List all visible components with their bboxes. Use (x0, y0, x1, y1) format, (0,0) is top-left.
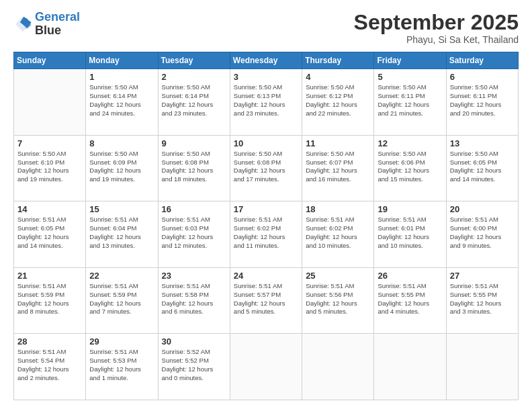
day-info: Sunrise: 5:50 AM Sunset: 6:11 PM Dayligh… (378, 83, 442, 118)
weekday-header-monday: Monday (86, 52, 158, 69)
day-info: Sunrise: 5:51 AM Sunset: 5:55 PM Dayligh… (378, 282, 442, 316)
day-number: 9 (162, 138, 226, 148)
day-info: Sunrise: 5:51 AM Sunset: 5:59 PM Dayligh… (89, 282, 154, 316)
logo: General Blue (13, 11, 80, 38)
weekday-header-wednesday: Wednesday (230, 52, 302, 69)
day-info: Sunrise: 5:51 AM Sunset: 5:59 PM Dayligh… (17, 282, 82, 316)
day-info: Sunrise: 5:51 AM Sunset: 5:54 PM Dayligh… (17, 348, 82, 382)
calendar-week-row: 1Sunrise: 5:50 AM Sunset: 6:14 PM Daylig… (14, 69, 519, 136)
calendar-cell: 7Sunrise: 5:50 AM Sunset: 6:10 PM Daylig… (14, 135, 86, 201)
day-number: 14 (17, 204, 82, 214)
calendar-cell: 17Sunrise: 5:51 AM Sunset: 6:02 PM Dayli… (230, 201, 302, 268)
calendar-cell: 13Sunrise: 5:50 AM Sunset: 6:05 PM Dayli… (446, 135, 518, 201)
calendar-cell (302, 334, 374, 400)
day-info: Sunrise: 5:51 AM Sunset: 6:02 PM Dayligh… (234, 216, 298, 250)
day-info: Sunrise: 5:50 AM Sunset: 6:05 PM Dayligh… (450, 150, 515, 184)
day-number: 6 (450, 72, 515, 82)
calendar-cell: 12Sunrise: 5:50 AM Sunset: 6:06 PM Dayli… (374, 135, 446, 201)
day-info: Sunrise: 5:50 AM Sunset: 6:07 PM Dayligh… (306, 150, 370, 184)
day-info: Sunrise: 5:52 AM Sunset: 5:52 PM Dayligh… (162, 348, 226, 382)
calendar-cell (14, 69, 86, 136)
calendar-week-row: 7Sunrise: 5:50 AM Sunset: 6:10 PM Daylig… (14, 135, 519, 201)
day-number: 8 (89, 138, 154, 148)
weekday-header-sunday: Sunday (14, 52, 86, 69)
day-number: 11 (306, 138, 370, 148)
day-number: 21 (17, 271, 82, 281)
day-number: 27 (450, 271, 515, 281)
weekday-header-tuesday: Tuesday (158, 52, 230, 69)
day-number: 13 (450, 138, 515, 148)
calendar-cell: 11Sunrise: 5:50 AM Sunset: 6:07 PM Dayli… (302, 135, 374, 201)
day-number: 1 (89, 72, 154, 82)
day-info: Sunrise: 5:50 AM Sunset: 6:08 PM Dayligh… (162, 150, 226, 184)
title-block: September 2025 Phayu, Si Sa Ket, Thailan… (354, 11, 519, 45)
calendar-header-row: SundayMondayTuesdayWednesdayThursdayFrid… (14, 52, 519, 69)
day-info: Sunrise: 5:50 AM Sunset: 6:10 PM Dayligh… (17, 150, 82, 184)
calendar-week-row: 21Sunrise: 5:51 AM Sunset: 5:59 PM Dayli… (14, 267, 519, 334)
day-info: Sunrise: 5:50 AM Sunset: 6:13 PM Dayligh… (234, 83, 298, 118)
day-number: 18 (306, 204, 370, 214)
day-info: Sunrise: 5:51 AM Sunset: 5:56 PM Dayligh… (306, 282, 370, 316)
day-number: 4 (306, 72, 370, 82)
calendar-week-row: 28Sunrise: 5:51 AM Sunset: 5:54 PM Dayli… (14, 334, 519, 400)
weekday-header-thursday: Thursday (302, 52, 374, 69)
day-info: Sunrise: 5:50 AM Sunset: 6:12 PM Dayligh… (306, 83, 370, 118)
day-number: 23 (162, 271, 226, 281)
calendar-cell: 3Sunrise: 5:50 AM Sunset: 6:13 PM Daylig… (230, 69, 302, 136)
calendar-cell (446, 334, 518, 400)
calendar-cell: 25Sunrise: 5:51 AM Sunset: 5:56 PM Dayli… (302, 267, 374, 334)
day-info: Sunrise: 5:51 AM Sunset: 6:03 PM Dayligh… (162, 216, 226, 250)
calendar-cell: 20Sunrise: 5:51 AM Sunset: 6:00 PM Dayli… (446, 201, 518, 268)
calendar-cell: 4Sunrise: 5:50 AM Sunset: 6:12 PM Daylig… (302, 69, 374, 136)
calendar-cell: 8Sunrise: 5:50 AM Sunset: 6:09 PM Daylig… (86, 135, 158, 201)
logo-line1: General (35, 10, 80, 24)
day-info: Sunrise: 5:51 AM Sunset: 6:04 PM Dayligh… (89, 216, 154, 250)
weekday-header-saturday: Saturday (446, 52, 518, 69)
calendar-cell: 30Sunrise: 5:52 AM Sunset: 5:52 PM Dayli… (158, 334, 230, 400)
calendar-cell: 27Sunrise: 5:51 AM Sunset: 5:55 PM Dayli… (446, 267, 518, 334)
calendar-cell: 6Sunrise: 5:50 AM Sunset: 6:11 PM Daylig… (446, 69, 518, 136)
day-info: Sunrise: 5:51 AM Sunset: 6:01 PM Dayligh… (378, 216, 442, 250)
calendar-cell: 24Sunrise: 5:51 AM Sunset: 5:57 PM Dayli… (230, 267, 302, 334)
calendar-cell (374, 334, 446, 400)
page: General Blue September 2025 Phayu, Si Sa… (0, 0, 532, 411)
calendar-cell: 10Sunrise: 5:50 AM Sunset: 6:08 PM Dayli… (230, 135, 302, 201)
calendar-week-row: 14Sunrise: 5:51 AM Sunset: 6:05 PM Dayli… (14, 201, 519, 268)
logo-line2: Blue (35, 24, 80, 38)
calendar-cell: 21Sunrise: 5:51 AM Sunset: 5:59 PM Dayli… (14, 267, 86, 334)
day-number: 7 (17, 138, 82, 148)
day-info: Sunrise: 5:51 AM Sunset: 6:05 PM Dayligh… (17, 216, 82, 250)
calendar-cell: 22Sunrise: 5:51 AM Sunset: 5:59 PM Dayli… (86, 267, 158, 334)
day-number: 19 (378, 204, 442, 214)
day-info: Sunrise: 5:50 AM Sunset: 6:06 PM Dayligh… (378, 150, 442, 184)
day-number: 10 (234, 138, 298, 148)
day-number: 5 (378, 72, 442, 82)
day-info: Sunrise: 5:51 AM Sunset: 6:00 PM Dayligh… (450, 216, 515, 250)
main-title: September 2025 (354, 11, 519, 34)
day-info: Sunrise: 5:50 AM Sunset: 6:09 PM Dayligh… (89, 150, 154, 184)
calendar-table: SundayMondayTuesdayWednesdayThursdayFrid… (13, 52, 519, 400)
calendar-cell: 23Sunrise: 5:51 AM Sunset: 5:58 PM Dayli… (158, 267, 230, 334)
day-number: 26 (378, 271, 442, 281)
day-number: 22 (89, 271, 154, 281)
day-number: 15 (89, 204, 154, 214)
day-number: 17 (234, 204, 298, 214)
day-number: 24 (234, 271, 298, 281)
day-info: Sunrise: 5:50 AM Sunset: 6:14 PM Dayligh… (89, 83, 154, 118)
calendar-cell (230, 334, 302, 400)
subtitle: Phayu, Si Sa Ket, Thailand (354, 34, 519, 45)
header: General Blue September 2025 Phayu, Si Sa… (13, 11, 519, 45)
day-info: Sunrise: 5:50 AM Sunset: 6:11 PM Dayligh… (450, 83, 515, 118)
day-number: 28 (17, 336, 82, 347)
day-info: Sunrise: 5:51 AM Sunset: 5:53 PM Dayligh… (89, 348, 154, 382)
calendar-cell: 29Sunrise: 5:51 AM Sunset: 5:53 PM Dayli… (86, 334, 158, 400)
day-info: Sunrise: 5:51 AM Sunset: 5:57 PM Dayligh… (234, 282, 298, 316)
day-number: 16 (162, 204, 226, 214)
weekday-header-friday: Friday (374, 52, 446, 69)
day-number: 30 (162, 336, 226, 347)
calendar-cell: 18Sunrise: 5:51 AM Sunset: 6:02 PM Dayli… (302, 201, 374, 268)
calendar-cell: 9Sunrise: 5:50 AM Sunset: 6:08 PM Daylig… (158, 135, 230, 201)
day-number: 29 (89, 336, 154, 347)
calendar-cell: 5Sunrise: 5:50 AM Sunset: 6:11 PM Daylig… (374, 69, 446, 136)
day-number: 2 (162, 72, 226, 82)
